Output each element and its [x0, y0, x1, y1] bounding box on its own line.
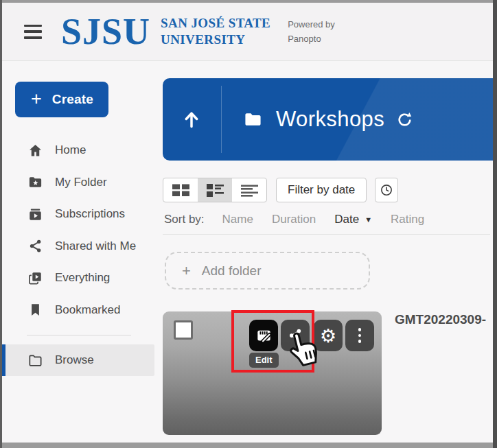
app-header: SJSU SAN JOSÉ STATE UNIVERSITY Powered b…	[2, 3, 493, 61]
detail-list-view-button[interactable]	[232, 178, 266, 202]
scheduled-recordings-button[interactable]	[375, 178, 398, 202]
folder-icon	[242, 110, 264, 129]
grid-view-button[interactable]	[163, 178, 198, 202]
screenshot-frame: SJSU SAN JOSÉ STATE UNIVERSITY Powered b…	[0, 0, 497, 448]
plus-icon: +	[182, 262, 191, 280]
share-button[interactable]	[281, 320, 310, 351]
add-folder-button[interactable]: + Add folder	[165, 252, 370, 290]
sort-option-date[interactable]: Date▼	[334, 213, 372, 226]
sidebar-item-label: Home	[55, 143, 86, 157]
sort-option-duration[interactable]: Duration	[272, 213, 316, 226]
sjsu-logo: SJSU	[61, 13, 150, 50]
subscriptions-icon	[27, 206, 43, 222]
sidebar-item-everything[interactable]: Everything	[2, 262, 163, 294]
sidebar-item-bookmarked[interactable]: Bookmarked	[2, 294, 163, 327]
vertical-ellipsis-icon	[358, 328, 362, 343]
wordmark-line2: UNIVERSITY	[161, 32, 270, 48]
sidebar-item-my-folder[interactable]: My Folder	[2, 167, 163, 199]
video-title[interactable]: GMT20220309-	[395, 312, 486, 327]
wordmark-line1: SAN JOSÉ STATE	[161, 15, 270, 32]
view-toolbar: Filter by date	[163, 178, 398, 202]
edit-tooltip: Edit	[249, 353, 279, 368]
thumbnail-list-view-button[interactable]	[198, 178, 232, 202]
sidebar-item-browse[interactable]: Browse	[2, 344, 154, 376]
refresh-icon	[396, 111, 413, 128]
home-icon	[27, 142, 43, 158]
sidebar-item-label: Subscriptions	[55, 207, 125, 221]
sidebar-item-label: Browse	[55, 353, 94, 367]
detail-list-view-icon	[240, 183, 259, 197]
edit-button[interactable]	[249, 320, 278, 351]
folder-header-bar: Workshops	[163, 78, 493, 161]
caret-down-icon: ▼	[365, 215, 372, 224]
university-wordmark: SAN JOSÉ STATE UNIVERSITY	[161, 15, 270, 48]
video-thumbnail[interactable]: ⚙ Edit	[163, 311, 382, 435]
more-options-button[interactable]	[345, 320, 374, 351]
folder-star-icon	[27, 174, 43, 191]
up-one-level-button[interactable]	[179, 106, 204, 133]
settings-button[interactable]: ⚙	[314, 320, 343, 351]
create-button[interactable]: + Create	[15, 82, 108, 117]
main-content: Workshops	[163, 62, 493, 443]
refresh-button[interactable]	[396, 111, 413, 128]
sort-option-name[interactable]: Name	[222, 213, 253, 226]
sidebar-item-label: Bookmarked	[55, 303, 120, 317]
clock-icon	[380, 183, 393, 197]
sidebar-item-label: Shared with Me	[55, 239, 136, 253]
filter-by-date-button[interactable]: Filter by date	[276, 178, 367, 202]
video-list-item: ⚙ Edit GMT20220309-	[163, 311, 486, 435]
bookmark-icon	[27, 302, 43, 318]
sidebar-nav: Home My Folder	[2, 134, 163, 376]
sidebar-item-shared-with-me[interactable]: Shared with Me	[2, 231, 163, 263]
video-select-checkbox[interactable]	[174, 320, 193, 340]
sidebar-divider	[27, 335, 131, 335]
sidebar-item-label: Everything	[55, 271, 110, 285]
folder-title: Workshops	[276, 107, 384, 132]
bar-divider	[221, 86, 222, 153]
up-arrow-icon	[181, 108, 203, 131]
app-window: SJSU SAN JOSÉ STATE UNIVERSITY Powered b…	[2, 3, 493, 443]
plus-icon: +	[31, 90, 42, 108]
sidebar-item-label: My Folder	[55, 176, 107, 189]
content-divider	[163, 234, 490, 235]
video-library-icon	[27, 270, 43, 286]
hamburger-menu-icon[interactable]	[24, 25, 42, 39]
sidebar-item-home[interactable]: Home	[2, 134, 163, 167]
edit-video-icon	[255, 327, 273, 344]
grid-view-icon	[172, 183, 190, 197]
gear-icon: ⚙	[320, 327, 336, 345]
powered-by-text: Powered by Panopto	[288, 16, 335, 47]
sort-option-rating[interactable]: Rating	[391, 213, 424, 226]
thumbnail-list-view-icon	[206, 183, 224, 197]
view-mode-group	[163, 178, 267, 202]
sidebar-item-subscriptions[interactable]: Subscriptions	[2, 198, 163, 231]
sort-by-label: Sort by:	[164, 213, 205, 226]
folder-open-icon	[27, 352, 43, 368]
sort-row: Sort by: Name Duration Date▼ Rating	[164, 213, 443, 226]
share-icon	[287, 327, 303, 344]
share-network-icon	[27, 238, 43, 255]
sidebar: + Create Home	[2, 62, 163, 443]
